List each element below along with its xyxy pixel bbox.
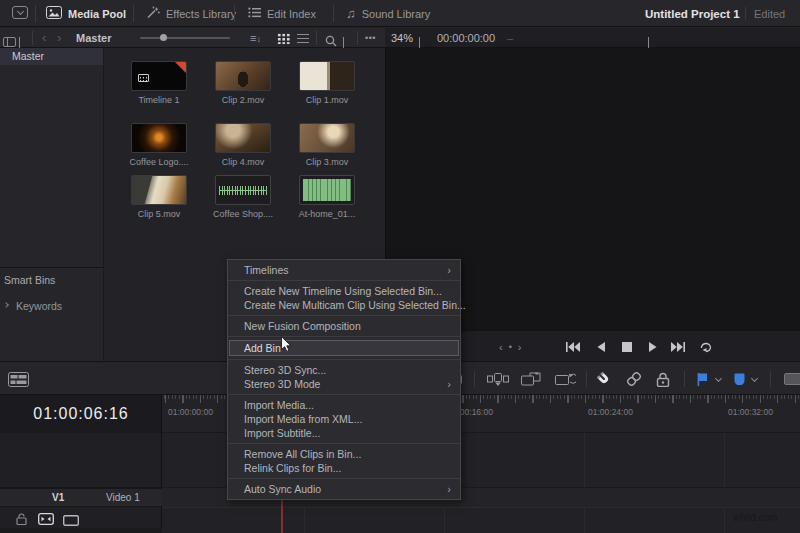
clip-name: Clip 2.mov bbox=[201, 95, 285, 105]
tab-edit-index[interactable]: Edit Index bbox=[248, 0, 316, 27]
menu-item-relink-clips[interactable]: Relink Clips for Bin... bbox=[228, 461, 460, 475]
clip-thumbnail[interactable] bbox=[299, 61, 355, 91]
tab-label: Effects Library bbox=[166, 8, 236, 20]
tab-media-pool[interactable]: Media Pool bbox=[46, 0, 126, 27]
clip-name: Clip 1.mov bbox=[285, 95, 369, 105]
media-clip-coffee-shop-audio[interactable]: Coffee Shop.... bbox=[201, 175, 285, 219]
menu-item-timelines[interactable]: Timelines› bbox=[228, 263, 460, 277]
audio-waveform bbox=[303, 179, 351, 201]
clip-thumbnail[interactable] bbox=[299, 123, 355, 153]
thumbnail-size-slider[interactable] bbox=[140, 37, 230, 39]
menu-item-stereo-3d-mode[interactable]: Stereo 3D Mode› bbox=[228, 377, 460, 391]
clip-thumbnail[interactable] bbox=[131, 175, 187, 205]
clip-name: Timeline 1 bbox=[117, 95, 201, 105]
clip-name: Coffee Shop.... bbox=[201, 209, 285, 219]
tab-label: Media Pool bbox=[68, 8, 126, 20]
track-auto-select-icon[interactable] bbox=[38, 511, 54, 529]
project-status-badge: Edited bbox=[754, 0, 785, 27]
play-button[interactable] bbox=[646, 340, 660, 353]
ruler-label: 01:00:00:00 bbox=[168, 407, 213, 417]
timeline-view-icon[interactable] bbox=[8, 370, 29, 388]
clip-thumbnail[interactable] bbox=[215, 123, 271, 153]
menu-item-import-media-from-xml[interactable]: Import Media from XML... bbox=[228, 412, 460, 426]
menu-item-import-subtitle[interactable]: Import Subtitle... bbox=[228, 426, 460, 440]
ruler-label: 01:00:24:00 bbox=[588, 407, 633, 417]
sort-icon[interactable]: ≡↓ bbox=[250, 28, 261, 49]
replace-clip-button[interactable] bbox=[555, 370, 576, 388]
media-pool-icon bbox=[46, 6, 62, 21]
track-header-v1[interactable]: V1 Video 1 bbox=[0, 488, 162, 507]
thumbnail-size-slider-handle[interactable] bbox=[160, 34, 167, 41]
tab-label: Edit Index bbox=[267, 8, 316, 20]
sidebar-item-master[interactable]: Master bbox=[0, 48, 103, 65]
clip-thumbnail[interactable] bbox=[215, 175, 271, 205]
clip-name: Clip 5.mov bbox=[117, 209, 201, 219]
tab-sound-library[interactable]: ♫ Sound Library bbox=[346, 0, 430, 27]
viewer-dash: – bbox=[507, 28, 513, 48]
stop-button[interactable] bbox=[620, 340, 634, 353]
clip-thumbnail[interactable] bbox=[131, 123, 187, 153]
first-frame-button[interactable] bbox=[566, 340, 580, 353]
step-back-button[interactable] bbox=[594, 340, 608, 353]
clip-color-button[interactable] bbox=[784, 370, 800, 388]
marker-color-chevron-icon[interactable] bbox=[751, 375, 758, 382]
menu-item-new-fusion-composition[interactable]: New Fusion Composition bbox=[228, 319, 460, 333]
overwrite-clip-button[interactable] bbox=[521, 370, 541, 388]
viewer-timecode: 00:00:00:00 bbox=[437, 28, 495, 48]
menu-item-add-bin[interactable]: Add Bin bbox=[229, 340, 459, 356]
tab-label: Sound Library bbox=[362, 8, 431, 20]
media-clip-2[interactable]: Clip 2.mov bbox=[201, 61, 285, 105]
jog-left-icon: ‹ bbox=[499, 341, 503, 353]
flag-color-chevron-icon[interactable] bbox=[715, 375, 722, 382]
media-clip-at-home-audio[interactable]: At-home_01... bbox=[285, 175, 369, 219]
tab-effects-library[interactable]: Effects Library bbox=[146, 0, 236, 27]
marker-button[interactable] bbox=[734, 370, 745, 388]
media-clip-3[interactable]: Clip 3.mov bbox=[285, 123, 369, 167]
forward-button[interactable]: › bbox=[57, 28, 61, 48]
menu-item-import-media[interactable]: Import Media... bbox=[228, 398, 460, 412]
position-lock-button[interactable] bbox=[656, 370, 670, 388]
clip-thumbnail[interactable] bbox=[299, 175, 355, 205]
menu-item-auto-sync-audio[interactable]: Auto Sync Audio› bbox=[228, 482, 460, 496]
sidebar-item-keywords[interactable]: Keywords bbox=[16, 300, 62, 312]
media-pool-context-menu: Timelines› Create New Timeline Using Sel… bbox=[227, 259, 461, 500]
media-clip-1[interactable]: Clip 1.mov bbox=[285, 61, 369, 105]
media-clip-5[interactable]: Clip 5.mov bbox=[117, 175, 201, 219]
clip-name: Coffee Logo.... bbox=[117, 157, 201, 167]
top-toolbar: Media Pool Effects Library Edit Index ♫ … bbox=[0, 0, 800, 27]
menu-item-stereo-3d-sync[interactable]: Stereo 3D Sync... bbox=[228, 363, 460, 377]
track-name[interactable]: Video 1 bbox=[106, 492, 140, 503]
clip-thumbnail[interactable] bbox=[131, 61, 187, 91]
panel-toggle-icon bbox=[12, 6, 28, 19]
keywords-expand-icon[interactable] bbox=[3, 302, 9, 308]
track-lock-icon[interactable] bbox=[16, 511, 27, 529]
submenu-arrow-icon: › bbox=[447, 482, 451, 496]
viewer-zoom-level[interactable]: 34% bbox=[391, 28, 413, 48]
media-clip-4[interactable]: Clip 4.mov bbox=[201, 123, 285, 167]
timeline-timecode-box: 01:00:06:16 bbox=[0, 395, 162, 433]
loop-playback-button[interactable] bbox=[699, 340, 713, 353]
link-clips-button[interactable] bbox=[626, 370, 642, 388]
menu-item-create-new-multicam[interactable]: Create New Multicam Clip Using Selected … bbox=[228, 298, 460, 312]
grid-view-button[interactable] bbox=[277, 33, 290, 44]
more-options-button[interactable]: • • • bbox=[365, 28, 374, 48]
insert-clip-button[interactable] bbox=[487, 370, 509, 388]
jog-control[interactable]: ‹ • › bbox=[499, 331, 522, 362]
media-clip-coffee-logo[interactable]: Coffee Logo.... bbox=[117, 123, 201, 167]
davinci-resolve-window: Media Pool Effects Library Edit Index ♫ … bbox=[0, 0, 800, 533]
back-button[interactable]: ‹ bbox=[42, 28, 46, 48]
list-view-button[interactable] bbox=[297, 34, 309, 43]
media-clip-timeline-1[interactable]: Timeline 1 bbox=[117, 61, 201, 105]
watermark: wfvid.com bbox=[733, 512, 777, 523]
viewer-toolbar: 34% 00:00:00:00 – bbox=[385, 28, 800, 48]
jog-dot-icon: • bbox=[509, 342, 512, 352]
last-frame-button[interactable] bbox=[671, 340, 685, 353]
clip-thumbnail[interactable] bbox=[215, 61, 271, 91]
project-title: Untitled Project 1 bbox=[645, 0, 740, 27]
menu-item-remove-all-clips[interactable]: Remove All Clips in Bin... bbox=[228, 447, 460, 461]
panel-toggle-button[interactable] bbox=[12, 6, 28, 19]
current-bin-label: Master bbox=[76, 28, 111, 48]
menu-item-create-new-timeline[interactable]: Create New Timeline Using Selected Bin..… bbox=[228, 284, 460, 298]
snapping-magnet-button[interactable] bbox=[596, 370, 612, 388]
flag-button[interactable] bbox=[697, 370, 708, 388]
